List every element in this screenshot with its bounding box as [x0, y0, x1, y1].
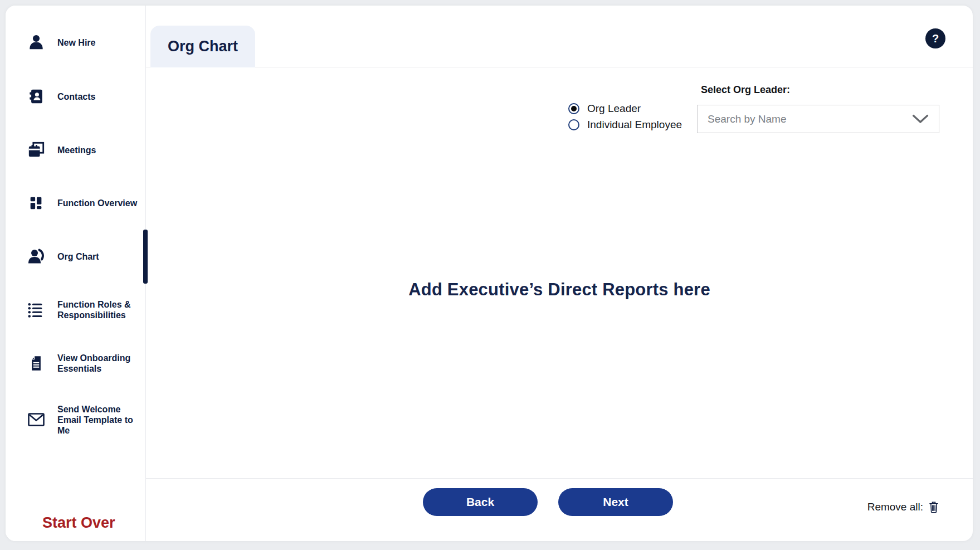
trash-icon[interactable]: [928, 500, 939, 514]
sidebar-item-label: Function Overview: [57, 198, 145, 208]
footer-divider: [146, 478, 973, 479]
sidebar-item-label: Contacts: [57, 91, 145, 102]
radio-label: Org Leader: [587, 103, 641, 115]
main-panel: Org Chart ? Org Leader Individual Employ…: [146, 6, 973, 541]
sidebar-item-contacts[interactable]: Contacts: [27, 87, 145, 106]
sidebar-item-function-overview[interactable]: Function Overview: [27, 193, 145, 212]
sidebar-item-send-welcome-email[interactable]: Send Welcome Email Template to Me: [27, 404, 145, 436]
document-icon: [27, 354, 45, 373]
sidebar-item-org-chart[interactable]: Org Chart: [27, 247, 145, 266]
sidebar-item-label: New Hire: [57, 37, 145, 48]
help-button[interactable]: ?: [925, 28, 945, 48]
org-person-icon: [27, 247, 45, 266]
tab-label: Org Chart: [168, 38, 238, 55]
radio-selected-icon: [568, 103, 579, 114]
chevron-down-icon: [912, 114, 929, 124]
radio-individual-employee[interactable]: Individual Employee: [568, 119, 682, 131]
org-leader-combobox[interactable]: [697, 105, 939, 133]
leader-type-radio-group: Org Leader Individual Employee: [568, 103, 682, 131]
sidebar-item-label: Meetings: [57, 145, 145, 155]
sidebar-item-label: Function Roles & Responsibilities: [57, 299, 145, 320]
calendar-stack-icon: [27, 140, 45, 159]
empty-state-heading: Add Executive’s Direct Reports here: [146, 280, 973, 300]
select-org-leader-label: Select Org Leader:: [701, 84, 790, 96]
sidebar-item-meetings[interactable]: Meetings: [27, 140, 145, 159]
envelope-icon: [27, 410, 45, 429]
radio-unselected-icon: [568, 119, 579, 130]
sidebar-item-label: Send Welcome Email Template to Me: [57, 404, 145, 436]
remove-all-control[interactable]: Remove all:: [867, 500, 939, 514]
sidebar-item-label: Org Chart: [57, 251, 145, 262]
remove-all-label: Remove all:: [867, 501, 923, 513]
grid-icon: [27, 193, 45, 212]
address-book-icon: [27, 87, 45, 106]
start-over-button[interactable]: Start Over: [42, 514, 115, 532]
person-icon: [27, 33, 45, 52]
bullet-list-icon: [27, 300, 45, 319]
question-mark-icon: ?: [932, 32, 939, 45]
tab-org-chart[interactable]: Org Chart: [150, 26, 255, 67]
radio-label: Individual Employee: [587, 119, 682, 131]
sidebar-item-label: View Onboarding Essentials: [57, 353, 145, 374]
search-by-name-input[interactable]: [698, 105, 912, 133]
tab-strip: Org Chart: [146, 6, 973, 67]
next-button[interactable]: Next: [558, 488, 673, 516]
sidebar-item-new-hire[interactable]: New Hire: [27, 33, 145, 52]
active-nav-indicator: [143, 230, 148, 284]
radio-org-leader[interactable]: Org Leader: [568, 103, 682, 115]
sidebar-item-view-onboarding[interactable]: View Onboarding Essentials: [27, 353, 145, 374]
sidebar-item-function-roles[interactable]: Function Roles & Responsibilities: [27, 299, 145, 320]
sidebar: New Hire Contacts Meetings Function Over…: [6, 6, 146, 541]
app-window: New Hire Contacts Meetings Function Over…: [6, 6, 973, 541]
back-button[interactable]: Back: [423, 488, 538, 516]
